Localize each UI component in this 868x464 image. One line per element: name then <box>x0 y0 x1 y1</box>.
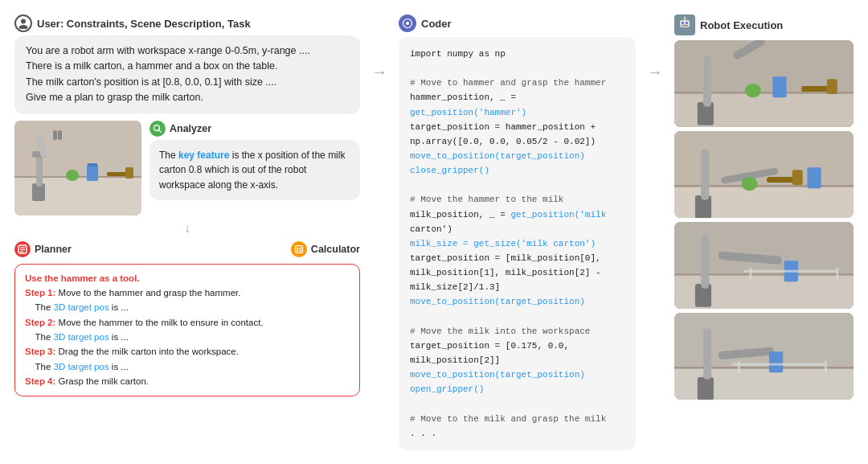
svg-point-16 <box>154 125 160 130</box>
code-line-9: target_position = [0.175, 0.0, <box>410 341 569 351</box>
step-1: Step 1: Move to the hammer and grasp the… <box>25 285 350 315</box>
planner-label: Planner <box>35 244 72 255</box>
code-import: import numpy as np <box>410 49 506 59</box>
user-bubble: You are a robot arm with workspace x-ran… <box>14 35 360 114</box>
user-text-3: The milk carton's position is at [0.8, 0… <box>26 76 276 88</box>
robot-exec-label: Robot Execution <box>700 19 783 31</box>
svg-rect-44 <box>827 79 837 94</box>
analyzer-bubble: The key feature is the x position of the… <box>149 140 360 201</box>
code-open-grip: open_gripper() <box>410 384 484 394</box>
code-ellipsis: . . . <box>410 429 436 438</box>
step-4-label: Step 4: <box>25 376 55 386</box>
svg-line-17 <box>159 129 162 132</box>
svg-point-1 <box>19 25 28 29</box>
svg-rect-54 <box>792 170 803 185</box>
user-icon <box>14 14 32 32</box>
svg-rect-30 <box>680 20 690 27</box>
svg-rect-72 <box>769 351 783 372</box>
code-line-10: milk_position[2]] <box>410 355 500 365</box>
figure-caption: Figure 2: Overview of our proposed RoboT… <box>14 460 854 464</box>
left-to-middle-arrow: → <box>371 14 387 81</box>
planner-highlight: Use the hammer as a tool. <box>25 271 350 285</box>
user-section: User: Constraints, Scene Description, Ta… <box>14 14 360 114</box>
svg-rect-73 <box>732 363 825 366</box>
svg-point-15 <box>66 170 79 181</box>
svg-point-0 <box>21 19 26 24</box>
right-panel: Robot Execution <box>674 14 854 400</box>
user-header-label: User: Constraints, Scene Description, Ta… <box>37 18 251 30</box>
svg-rect-70 <box>703 328 711 379</box>
step-4-text: Grasp the milk carton. <box>59 376 149 386</box>
svg-rect-75 <box>825 361 827 372</box>
analyzer-header: Analyzer <box>149 121 360 137</box>
code-get-pos-hammer: get_position('hammer') <box>410 108 526 117</box>
code-line-1: hammer_position, _ = <box>410 92 516 102</box>
analyzer-key-feature: key feature <box>178 150 229 161</box>
step-4: Step 4: Grasp the milk carton. <box>25 374 350 388</box>
code-move-2: move_to_position(target_position) <box>410 297 585 306</box>
step-1-3d: 3D target pos <box>54 302 109 312</box>
user-text-1: You are a robot arm with workspace x-ran… <box>26 45 310 56</box>
svg-point-35 <box>684 17 686 18</box>
user-text-4: Give me a plan to grasp the milk carton. <box>26 92 203 103</box>
code-comment-1: # Move to hammer and grasp the hammer <box>410 78 606 88</box>
code-line-4: milk_position, _ = <box>410 210 506 220</box>
step-2-3d: 3D target pos <box>54 332 109 342</box>
svg-rect-74 <box>738 361 740 372</box>
svg-rect-50 <box>701 149 709 199</box>
step-3: Step 3: Drag the the milk carton into th… <box>25 344 350 374</box>
step-2-label: Step 2: <box>25 318 55 327</box>
svg-rect-12 <box>88 163 97 166</box>
svg-rect-10 <box>58 130 62 140</box>
svg-point-55 <box>741 177 757 191</box>
planner-header: Planner <box>14 241 291 257</box>
svg-rect-40 <box>703 55 711 106</box>
code-line-8: milk_size[2]/1.3] <box>410 282 500 292</box>
svg-rect-52 <box>807 167 821 188</box>
svg-point-28 <box>406 22 409 25</box>
analyzer-prefix: The <box>159 150 178 161</box>
step-3-pos: The <box>25 362 54 372</box>
user-header: User: Constraints, Scene Description, Ta… <box>14 14 360 32</box>
code-close-grip: close_gripper() <box>410 166 489 175</box>
coder-icon <box>399 14 416 32</box>
code-comment-3: # Move the milk into the workspace <box>410 326 590 336</box>
robot-thumb-4 <box>674 313 854 400</box>
robot-scene-image <box>14 121 141 216</box>
robot-thumb-1 <box>674 40 854 127</box>
calc-label: Calculator <box>311 244 360 255</box>
planner-icon <box>14 241 31 257</box>
svg-rect-63 <box>743 270 836 273</box>
step-2: Step 2: Move the hammer to the milk to e… <box>25 315 350 345</box>
analyzer-label: Analyzer <box>170 123 211 134</box>
code-move-3: move_to_position(target_position) <box>410 370 585 380</box>
step-3-label: Step 3: <box>25 347 55 356</box>
diagram-area: User: Constraints, Scene Description, Ta… <box>14 14 854 450</box>
robot-thumb-2 <box>674 131 854 218</box>
middle-panel: Coder import numpy as np # Move to hamme… <box>399 14 636 450</box>
robot-exec-header: Robot Execution <box>674 14 854 35</box>
svg-rect-14 <box>125 167 133 179</box>
step-3-is: is ... <box>109 362 129 372</box>
svg-rect-65 <box>836 268 838 279</box>
scene-row: Analyzer The key feature is the x positi… <box>14 121 360 216</box>
analyzer-box: Analyzer The key feature is the x positi… <box>149 121 360 201</box>
coder-header: Coder <box>399 14 636 32</box>
step-1-pos: The <box>25 302 54 312</box>
code-comment-4: # Move to the milk and grasp the milk <box>410 414 606 424</box>
code-comment-2: # Move the hammer to the milk <box>410 195 563 204</box>
code-line-6: target_position = [milk_position[0], <box>410 253 601 263</box>
svg-rect-33 <box>682 25 688 27</box>
svg-rect-42 <box>772 76 786 97</box>
svg-point-45 <box>745 84 761 97</box>
arrow-down-1: ↓ <box>14 222 360 235</box>
svg-rect-64 <box>750 268 752 279</box>
step-1-text: Move to the hammer and grasp the hammer. <box>59 288 241 298</box>
step-3-text: Drag the the milk carton into the worksp… <box>59 347 239 356</box>
step-2-text: Move the hammer to the milk to ensure in… <box>59 318 264 327</box>
left-panel: User: Constraints, Scene Description, Ta… <box>14 14 360 396</box>
step-3-3d: 3D target pos <box>54 362 109 372</box>
svg-point-31 <box>682 22 684 24</box>
svg-rect-69 <box>698 377 714 400</box>
code-line-7: milk_position[1], milk_position[2] - <box>410 268 601 277</box>
